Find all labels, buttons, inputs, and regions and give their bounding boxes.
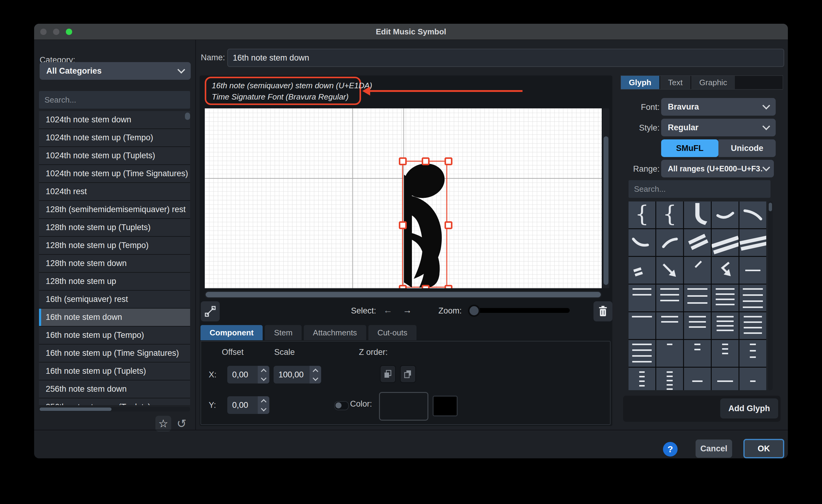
glyph-cell-lines[interactable] (740, 312, 766, 339)
glyph-cell-lines[interactable] (629, 368, 655, 390)
glyph-cell-lines[interactable] (684, 340, 711, 367)
glyph-cell-arrowbend[interactable] (712, 257, 739, 284)
glyph-cell-slashpair[interactable] (629, 257, 655, 284)
list-item[interactable]: 1024th note stem up (Time Signatures) (39, 165, 190, 182)
list-item[interactable]: 1024th rest (39, 183, 190, 200)
tab-component[interactable]: Component (200, 325, 263, 340)
glyph-cell-beam[interactable] (684, 229, 711, 256)
canvas-vertical-scrollbar[interactable] (602, 108, 609, 288)
selection-handle[interactable] (422, 285, 430, 288)
tab-attachments[interactable]: Attachments (304, 325, 366, 340)
tab-graphic[interactable]: Graphic (691, 76, 735, 89)
glyph-cell-lines[interactable] (684, 368, 711, 390)
color-preview-box[interactable] (379, 392, 428, 421)
stepper-buttons[interactable] (258, 396, 269, 414)
bring-forward-button[interactable] (380, 365, 396, 383)
symbol-search-input[interactable] (39, 91, 190, 109)
glyph-cell-brace[interactable]: { (656, 201, 683, 228)
name-input[interactable] (227, 49, 784, 67)
glyph-cell-lines[interactable] (712, 368, 739, 390)
selection-handle[interactable] (422, 157, 430, 165)
select-next-arrow[interactable]: → (403, 305, 412, 315)
glyph-search-input[interactable] (629, 180, 771, 198)
smufl-toggle[interactable]: SMuFL (661, 139, 718, 157)
help-button[interactable]: ? (663, 442, 678, 457)
list-horizontal-scrollbar[interactable] (39, 407, 190, 411)
canvas-horizontal-scrollbar[interactable] (205, 291, 602, 298)
glyph-cell-lines[interactable] (740, 368, 766, 390)
glyph-cell-lines[interactable] (656, 340, 683, 367)
selection-handle[interactable] (399, 285, 407, 288)
tab-text[interactable]: Text (660, 76, 691, 89)
list-item[interactable]: 256th note stem down (39, 380, 190, 398)
selection-handle[interactable] (444, 221, 452, 229)
font-dropdown[interactable]: Bravura (661, 98, 776, 116)
favorite-star-button[interactable]: ☆ (155, 416, 171, 432)
glyph-cell-lines[interactable] (712, 340, 739, 367)
glyph-cell-lines[interactable] (740, 257, 766, 284)
glyph-cell-lines[interactable] (712, 285, 739, 311)
color-toggle[interactable] (334, 401, 349, 410)
glyph-grid-scrollbar[interactable] (768, 201, 773, 390)
list-item[interactable]: 128th note stem up (Tempo) (39, 237, 190, 254)
scale-stepper[interactable]: 100,00 (274, 366, 321, 383)
list-item[interactable]: 256th note stem up (Tuplets) (39, 398, 190, 405)
glyph-cell-lines[interactable] (656, 368, 683, 390)
reset-button[interactable]: ↺ (175, 417, 188, 430)
list-item[interactable]: 1024th note stem down (39, 111, 190, 128)
glyph-cell-lines[interactable] (740, 285, 766, 311)
list-item[interactable]: 128th note stem down (39, 255, 190, 272)
list-item[interactable]: 1024th note stem up (Tempo) (39, 129, 190, 146)
list-item[interactable]: 128th note stem up (39, 273, 190, 290)
select-previous-arrow[interactable]: ← (383, 305, 392, 315)
selection-handle[interactable] (444, 285, 452, 288)
glyph-cell-lines[interactable] (629, 312, 655, 339)
tab-glyph[interactable]: Glyph (621, 76, 659, 89)
list-item[interactable]: 16th (semiquaver) rest (39, 291, 190, 308)
glyph-cell-lines[interactable] (684, 285, 711, 311)
tab-stem[interactable]: Stem (265, 325, 302, 340)
glyph-cell-lines[interactable] (656, 312, 683, 339)
glyph-cell-arrowse[interactable] (656, 257, 683, 284)
glyph-cell-lines[interactable] (684, 312, 711, 339)
glyph-cell-arc1[interactable] (712, 201, 739, 228)
unicode-toggle[interactable]: Unicode (718, 139, 776, 157)
tab-cut-outs[interactable]: Cut-outs (368, 325, 416, 340)
list-item[interactable]: 16th note stem up (Tuplets) (39, 362, 190, 380)
list-item[interactable]: 16th note stem down (39, 309, 190, 326)
stepper-buttons[interactable] (310, 366, 321, 383)
glyph-cell-arc2[interactable] (740, 201, 766, 228)
category-dropdown[interactable]: All Categories (40, 62, 191, 80)
send-backward-button[interactable] (400, 365, 416, 383)
selection-handle[interactable] (399, 221, 407, 229)
glyph-cell-lines[interactable] (656, 285, 683, 311)
glyph-cell-lines[interactable] (629, 340, 655, 367)
range-dropdown[interactable]: All ranges (U+E000–U+F3… (661, 160, 774, 177)
glyph-cell-lines[interactable] (740, 340, 766, 367)
selection-handle[interactable] (444, 157, 452, 165)
glyph-cell-arc3[interactable] (629, 229, 655, 256)
glyph-cell-lines[interactable] (712, 312, 739, 339)
style-dropdown[interactable]: Regular (661, 119, 776, 136)
glyph-cell-arc4[interactable] (656, 229, 683, 256)
glyph-cell-beamright[interactable] (740, 229, 766, 256)
zoom-slider-knob[interactable] (468, 305, 480, 317)
delete-button[interactable] (593, 301, 612, 321)
node-tool-button[interactable] (201, 301, 220, 321)
stepper-buttons[interactable] (258, 366, 269, 383)
list-item[interactable]: 128th (semihemidemisemiquaver) rest (39, 201, 190, 218)
offset-x-stepper[interactable]: 0,00 (227, 366, 269, 383)
list-item[interactable]: 1024th note stem up (Tuplets) (39, 147, 190, 164)
glyph-cell-slashsm[interactable] (684, 257, 711, 284)
color-swatch[interactable] (433, 396, 458, 416)
selection-handle[interactable] (399, 157, 407, 165)
list-item[interactable]: 16th note stem up (Tempo) (39, 327, 190, 344)
list-item[interactable]: 128th note stem up (Tuplets) (39, 219, 190, 236)
ok-button[interactable]: OK (743, 439, 784, 458)
zoom-slider[interactable] (469, 308, 570, 313)
glyph-canvas[interactable] (205, 108, 602, 288)
glyph-cell-stemflag[interactable] (684, 201, 711, 228)
glyph-cell-brace[interactable]: { (629, 201, 655, 228)
glyph-cell-beamwide[interactable] (712, 229, 739, 256)
glyph-selection-box[interactable] (402, 161, 447, 288)
